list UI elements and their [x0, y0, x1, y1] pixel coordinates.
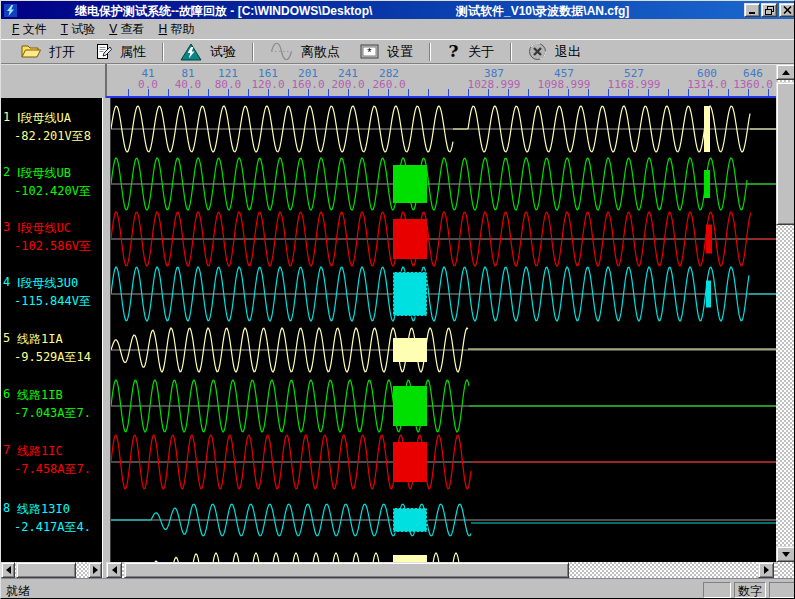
- right-arrow-icon: [93, 566, 98, 574]
- menu-item-文件[interactable]: F 文件: [5, 19, 54, 40]
- window-title-right: 测试软件_V10\录波数据\AN.cfg]: [456, 3, 629, 20]
- channel-1-name[interactable]: 1Ⅰ段母线UA: [1, 110, 102, 124]
- scroll-down-button[interactable]: [776, 546, 795, 562]
- channel-8-range: -2.417A至4.: [14, 519, 91, 536]
- document-pen-icon: [95, 43, 112, 60]
- app-window: 继电保护测试系统--故障回放 - [C:\WINDOWS\Desktop\ 测试…: [0, 0, 795, 599]
- settings-button[interactable]: *设置: [350, 41, 423, 63]
- waveform-scroll-thumb[interactable]: [124, 562, 569, 578]
- left-arrow-icon: [6, 566, 11, 574]
- ruler-time-label: 0.0: [138, 78, 158, 91]
- about-label: 关于: [468, 43, 494, 61]
- menu-item-查看[interactable]: V 查看: [102, 19, 151, 40]
- panel-splitter[interactable]: [102, 98, 111, 578]
- ruler-time-label: 80.0: [215, 78, 242, 91]
- ruler-left-edge: [105, 64, 107, 98]
- scroll-left-button[interactable]: [1, 562, 15, 578]
- ruler-time-label: 1314.0: [687, 78, 727, 91]
- vertical-scroll-thumb[interactable]: [776, 82, 795, 225]
- properties-button[interactable]: 属性: [85, 41, 156, 63]
- minimize-button[interactable]: [744, 3, 760, 17]
- right-arrow-icon: [764, 566, 769, 574]
- waveform-area: [111, 98, 776, 562]
- status-panel-1: [703, 582, 731, 598]
- cursor-bar-ch3[interactable]: [706, 225, 712, 254]
- selection-marker-ch9[interactable]: [393, 555, 427, 562]
- toolbar-separator: [429, 43, 431, 61]
- toolbar-separator: [510, 43, 512, 61]
- exit-circle-icon: [528, 42, 547, 61]
- cursor-bar-ch4[interactable]: [706, 281, 711, 308]
- selection-marker-ch7[interactable]: [393, 442, 427, 482]
- selection-marker-ch5[interactable]: [393, 338, 427, 362]
- selection-marker-ch2[interactable]: [393, 165, 427, 203]
- channel-scroll-thumb[interactable]: [16, 562, 76, 578]
- channel-8-name[interactable]: 8线路13I0: [1, 501, 102, 515]
- channel-panel-scrollbar[interactable]: [1, 562, 102, 578]
- channel-3-name[interactable]: 3Ⅰ段母线UC: [1, 220, 102, 234]
- selection-marker-ch3[interactable]: [393, 219, 427, 259]
- channel-5-range: -9.529A至14: [14, 349, 91, 366]
- channel-7-name[interactable]: 7线路1IC: [1, 443, 102, 457]
- menu-item-试验[interactable]: T 试验: [54, 19, 102, 40]
- settings-label: 设置: [387, 43, 413, 61]
- test-label: 试验: [210, 43, 236, 61]
- ruler-time-label: 160.0: [291, 78, 324, 91]
- toolbar-separator: [162, 43, 164, 61]
- status-text: 就绪: [6, 583, 30, 599]
- discrete-points-button[interactable]: 离散点: [260, 41, 350, 63]
- channel-5-name[interactable]: 5线路1IA: [1, 331, 102, 345]
- toolbar: 打开属性试验离散点*设置?关于退出: [1, 39, 795, 64]
- open-folder-icon: [21, 44, 41, 59]
- ruler-time-label: 1168.999: [608, 78, 661, 91]
- status-panel-2: [769, 582, 795, 598]
- selection-marker-ch6[interactable]: [393, 386, 427, 426]
- left-arrow-icon: [112, 566, 117, 574]
- properties-label: 属性: [120, 43, 146, 61]
- scroll-left-button[interactable]: [106, 562, 122, 578]
- ruler-time-label: 260.0: [372, 78, 405, 91]
- channel-4-name[interactable]: 4Ⅰ段母线3U0: [1, 275, 102, 289]
- channel-list-panel: 1Ⅰ段母线UA-82.201V至82Ⅰ段母线UB-102.420V至3Ⅰ段母线U…: [1, 98, 102, 562]
- ruler-time-label: 1360.0: [733, 78, 773, 91]
- waveform-scrollbar[interactable]: [106, 562, 776, 578]
- ruler-time-label: 1098.999: [538, 78, 591, 91]
- sine-wave-icon: [270, 43, 293, 60]
- question-mark-icon: ?: [447, 42, 460, 61]
- channel-3-range: -102.586V至: [14, 238, 91, 255]
- menu-bar: F 文件T 试验V 查看H 帮助: [1, 19, 795, 39]
- app-lightning-icon[interactable]: [4, 3, 17, 16]
- channel-4-range: -115.844V至: [14, 293, 91, 310]
- test-button[interactable]: 试验: [170, 41, 246, 63]
- selection-marker-ch4[interactable]: [393, 272, 427, 316]
- ruler-time-label: 40.0: [175, 78, 202, 91]
- close-button[interactable]: [779, 3, 795, 17]
- scroll-right-button[interactable]: [758, 562, 774, 578]
- time-ruler: 410.08140.012180.0161120.0201160.0241200…: [1, 64, 795, 96]
- test-triangle-icon: [180, 43, 202, 61]
- status-bar: 就绪 数字: [1, 578, 795, 599]
- scroll-right-button[interactable]: [88, 562, 102, 578]
- restore-button[interactable]: [761, 3, 777, 17]
- channel-7-range: -7.458A至7.: [14, 461, 91, 478]
- channel-6-name[interactable]: 6线路1IB: [1, 387, 102, 401]
- settings-window-icon: *: [360, 44, 379, 59]
- channel-2-name[interactable]: 2Ⅰ段母线UB: [1, 165, 102, 179]
- exit-label: 退出: [555, 43, 581, 61]
- window-title-left: 继电保护测试系统--故障回放 - [C:\WINDOWS\Desktop\: [75, 3, 372, 20]
- menu-item-帮助[interactable]: H 帮助: [152, 19, 202, 40]
- open-button[interactable]: 打开: [11, 41, 85, 63]
- ruler-time-label: 200.0: [331, 78, 364, 91]
- channel-1-range: -82.201V至8: [14, 128, 91, 145]
- exit-button[interactable]: 退出: [518, 41, 591, 63]
- open-label: 打开: [49, 43, 75, 61]
- cursor-bar-ch1[interactable]: [704, 106, 710, 152]
- vertical-scrollbar[interactable]: [776, 64, 795, 562]
- ruler-time-label: 1028.999: [468, 78, 521, 91]
- scroll-up-button[interactable]: [776, 64, 795, 80]
- selection-marker-ch8[interactable]: [393, 508, 427, 532]
- cursor-bar-ch2[interactable]: [704, 170, 710, 198]
- ruler-time-label: 120.0: [251, 78, 284, 91]
- channel-6-range: -7.043A至7.: [14, 405, 91, 422]
- about-button[interactable]: ?关于: [437, 41, 504, 63]
